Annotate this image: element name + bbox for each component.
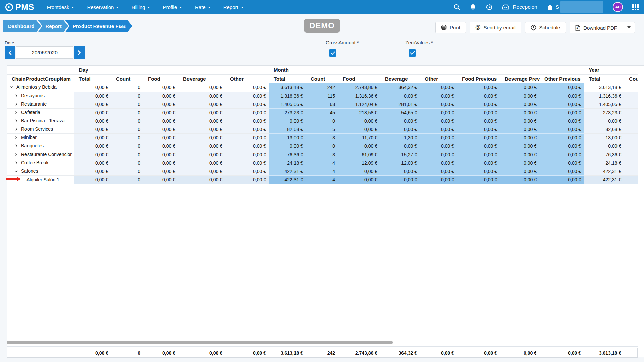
column-header-month-count[interactable]: Count (306, 74, 338, 83)
year-count-cell (624, 100, 638, 108)
download-pdf-button[interactable]: A Download PDF (570, 22, 623, 33)
month-total-cell: 273,23 € (269, 108, 306, 117)
totals-day-cell: 0,00 € (225, 348, 269, 357)
column-header-month-other[interactable]: Other (420, 74, 457, 83)
date-prev-button[interactable] (5, 46, 15, 59)
zero-values-checkbox[interactable] (409, 49, 416, 57)
year-count-cell (624, 133, 638, 142)
send-by-email-button[interactable]: @ Send by email (470, 22, 521, 33)
day-beverage-cell: 0,00 € (178, 125, 225, 133)
user-avatar[interactable]: AD (613, 2, 623, 12)
table-row[interactable]: Restaurante0,00 €00,00 €0,00 €0,00 €1.40… (7, 100, 638, 108)
recepcion-switcher[interactable]: Recepcion (502, 4, 537, 10)
table-row[interactable]: Desayunos0,00 €00,00 €0,00 €0,00 €1.316,… (7, 92, 638, 100)
beverage-previous-cell: 0,00 € (500, 142, 540, 150)
chevron-down-icon (241, 7, 244, 8)
column-header-year-count[interactable]: Cou (624, 74, 638, 83)
chevron-down-icon (208, 7, 211, 8)
beverage-previous-cell: 0,00 € (500, 167, 540, 175)
notifications-bell-icon[interactable] (470, 4, 476, 10)
hotel-selector[interactable]: S (547, 1, 603, 13)
column-header-month-total[interactable]: Total (269, 74, 306, 83)
table-row[interactable]: Alimentos y Bebida0,00 €00,00 €0,00 €0,0… (7, 83, 638, 92)
column-header-day-beverage[interactable]: Beverage (178, 74, 225, 83)
totals-day-cell: 0 (111, 348, 143, 357)
column-header-day-count[interactable]: Count (111, 74, 143, 83)
column-header-day-other[interactable]: Other (225, 74, 269, 83)
expand-chevron-icon[interactable] (14, 102, 18, 107)
menu-profile[interactable]: Profile (163, 4, 182, 10)
expand-chevron-icon[interactable] (14, 127, 18, 132)
row-name-cell: Salones (7, 167, 74, 175)
breadcrumb-product-revenue-fb[interactable]: Product Revenue F&B (65, 20, 132, 32)
column-header-other-previous[interactable]: Other Previous (540, 74, 584, 83)
apps-grid-icon[interactable] (632, 4, 639, 10)
row-label: Restaurante (21, 101, 47, 107)
column-header-month-beverage[interactable]: Beverage (380, 74, 420, 83)
month-total-cell: 0,00 € (269, 142, 306, 150)
breadcrumb-report[interactable]: Report (38, 20, 68, 32)
clock-icon (531, 25, 536, 31)
expand-chevron-icon[interactable] (14, 160, 18, 166)
print-button[interactable]: Print (435, 22, 466, 33)
email-label: Send by email (483, 25, 515, 31)
day-beverage-cell: 0,00 € (178, 83, 225, 92)
food-previous-cell: 0,00 € (457, 117, 500, 125)
search-icon[interactable] (453, 4, 460, 10)
column-header-month-food[interactable]: Food (338, 74, 380, 83)
schedule-button[interactable]: Schedule (525, 22, 566, 33)
expand-chevron-icon[interactable] (14, 143, 18, 149)
history-icon[interactable] (486, 4, 493, 11)
breadcrumb-dashboard[interactable]: Dashboard (3, 20, 41, 32)
svg-text:A: A (576, 27, 578, 29)
table-row[interactable]: Coffee Break0,00 €00,00 €0,00 €0,00 €24,… (7, 159, 638, 167)
expand-chevron-icon[interactable] (14, 93, 18, 99)
menu-report[interactable]: Report (223, 4, 244, 10)
year-total-cell: 1.316,36 € (584, 92, 624, 100)
year-total-cell: 0,00 € (584, 142, 624, 150)
download-options-caret-button[interactable] (623, 22, 635, 33)
table-row[interactable]: Cafeteria0,00 €00,00 €0,00 €0,00 €273,23… (7, 108, 638, 117)
column-header-day-food[interactable]: Food (143, 74, 178, 83)
column-header-beverage-previous[interactable]: Beverage Prev (500, 74, 540, 83)
column-header-day-total[interactable]: Total (74, 74, 111, 83)
expand-chevron-icon[interactable] (14, 152, 18, 157)
month-other-cell: 0,00 € (420, 117, 457, 125)
month-count-cell: 242 (306, 83, 338, 92)
table-row[interactable]: Alquiler Salón 10,00 €00,00 €0,00 €0,00 … (7, 175, 638, 184)
year-count-cell (624, 108, 638, 117)
day-total-cell: 0,00 € (74, 108, 111, 117)
table-row[interactable]: Minibar0,00 €00,00 €0,00 €0,00 €13,00 €3… (7, 133, 638, 142)
expand-chevron-icon[interactable] (14, 135, 18, 140)
collapse-chevron-icon[interactable] (14, 169, 18, 174)
menu-reservation[interactable]: Reservation (87, 4, 119, 10)
horizontal-scrollbar-thumb[interactable] (7, 341, 393, 344)
table-row[interactable]: Banquetes0,00 €00,00 €0,00 €0,00 €0,00 €… (7, 142, 638, 150)
collapse-chevron-icon[interactable] (10, 85, 14, 90)
group-header-year: Year (584, 66, 638, 74)
gross-amount-checkbox[interactable] (329, 49, 336, 57)
row-label: Bar Piscina - Terraza (21, 118, 65, 123)
column-header-year-total[interactable]: Total (584, 74, 624, 83)
table-row[interactable]: Restaurante Convencior0,00 €00,00 €0,00 … (7, 150, 638, 159)
expand-chevron-icon[interactable] (14, 110, 18, 115)
month-count-cell: 63 (306, 100, 338, 108)
date-input[interactable] (16, 46, 73, 59)
expand-chevron-icon[interactable] (14, 118, 18, 124)
day-food-cell: 0,00 € (143, 150, 178, 159)
table-row[interactable]: Bar Piscina - Terraza0,00 €00,00 €0,00 €… (7, 117, 638, 125)
menu-billing[interactable]: Billing (131, 4, 150, 10)
day-other-cell: 0,00 € (225, 108, 269, 117)
column-header-name[interactable]: ChainProductGroupNam (7, 74, 74, 83)
date-next-button[interactable] (74, 46, 85, 59)
menu-rate[interactable]: Rate (195, 4, 211, 10)
column-header-food-previous[interactable]: Food Previous (457, 74, 500, 83)
menu-frontdesk[interactable]: Frontdesk (47, 4, 74, 10)
year-count-cell (624, 92, 638, 100)
table-row[interactable]: Salones0,00 €00,00 €0,00 €0,00 €422,31 €… (7, 167, 638, 175)
pms-logo[interactable]: u PMS (5, 2, 34, 12)
totals-month-cell: 0,00 € (500, 348, 540, 357)
year-total-cell: 422,31 € (584, 167, 624, 175)
other-previous-cell: 0,00 € (540, 142, 584, 150)
table-row[interactable]: Room Services0,00 €00,00 €0,00 €0,00 €82… (7, 125, 638, 133)
